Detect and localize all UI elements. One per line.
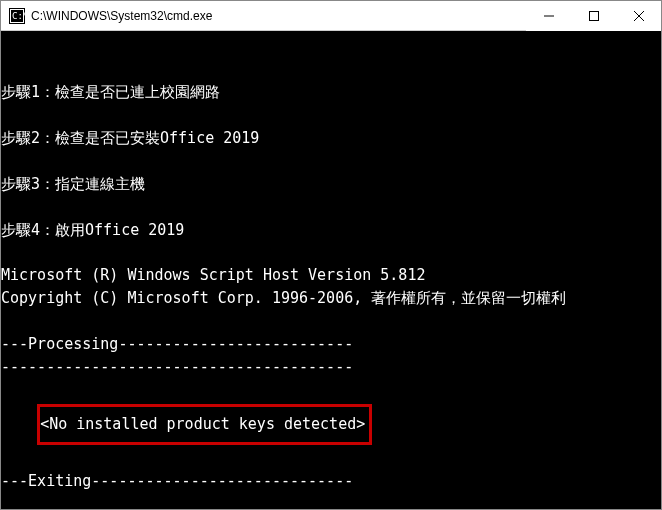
minimize-button[interactable]: [526, 1, 571, 31]
terminal-line: [1, 196, 661, 219]
terminal-block-2: ---Exiting----------------------------- …: [1, 470, 661, 509]
terminal-line: [1, 310, 661, 333]
terminal-block-1: 步驟1：檢查是否已連上校園網路 步驟2：檢查是否已安裝Office 2019 步…: [1, 81, 661, 379]
titlebar[interactable]: C:\ C:\WINDOWS\System32\cmd.exe: [1, 1, 661, 31]
error-highlight: <No installed product keys detected>: [37, 404, 372, 445]
terminal-line: Copyright (C) Microsoft Corp. 1996-2006,…: [1, 287, 661, 310]
svg-rect-5: [589, 12, 598, 21]
terminal-line: [1, 104, 661, 127]
terminal-line: ---Exiting-----------------------------: [1, 470, 661, 493]
terminal-line: ---------------------------------------: [1, 356, 661, 379]
svg-text:C:\: C:\: [12, 11, 25, 21]
error-text: <No installed product keys detected>: [40, 415, 365, 433]
terminal-line: [1, 150, 661, 173]
cmd-icon: C:\: [9, 8, 25, 24]
window-controls: [526, 1, 661, 30]
terminal-line: ---Processing--------------------------: [1, 333, 661, 356]
terminal-line: 步驟4：啟用Office 2019: [1, 219, 661, 242]
cmd-window: C:\ C:\WINDOWS\System32\cmd.exe 步驟1：檢查是否…: [0, 0, 662, 510]
maximize-button[interactable]: [571, 1, 616, 31]
window-title: C:\WINDOWS\System32\cmd.exe: [31, 9, 526, 23]
terminal-line: [1, 241, 661, 264]
terminal-line: 步驟3：指定連線主機: [1, 173, 661, 196]
terminal-output[interactable]: 步驟1：檢查是否已連上校園網路 步驟2：檢查是否已安裝Office 2019 步…: [1, 31, 661, 509]
terminal-line: 步驟2：檢查是否已安裝Office 2019: [1, 127, 661, 150]
terminal-line: [1, 493, 661, 509]
terminal-line: 步驟1：檢查是否已連上校園網路: [1, 81, 661, 104]
terminal-line: Microsoft (R) Windows Script Host Versio…: [1, 264, 661, 287]
close-button[interactable]: [616, 1, 661, 31]
